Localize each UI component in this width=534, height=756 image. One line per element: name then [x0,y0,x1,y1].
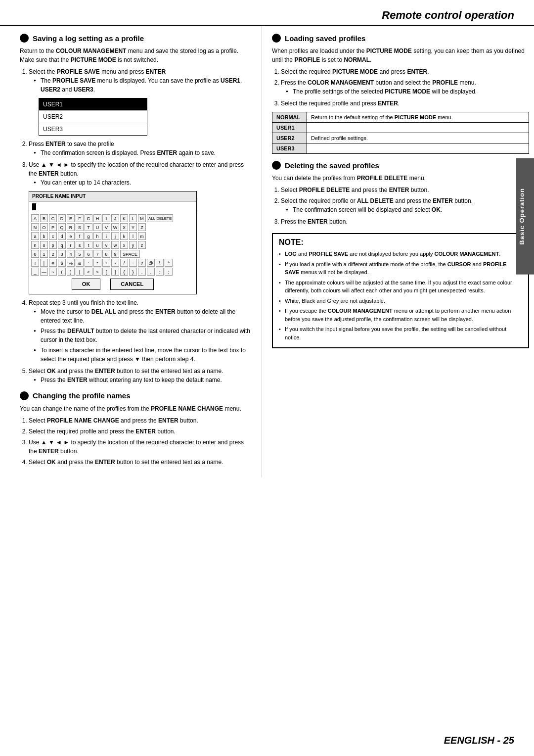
kb-key-e[interactable]: e [67,232,75,240]
kb-key-m-lower[interactable]: m [138,232,146,240]
kb-key-E[interactable]: E [67,214,75,222]
kb-key-lt[interactable]: < [85,268,92,276]
kb-key-3[interactable]: 3 [58,250,66,258]
kb-key-k[interactable]: k [120,232,128,240]
kb-key-2[interactable]: 2 [49,250,57,258]
kb-key-minus[interactable]: - [111,259,119,267]
kb-key-R[interactable]: R [67,223,75,231]
kb-key-F[interactable]: F [76,214,84,222]
kb-key-colon[interactable]: : [156,268,164,276]
kb-key-at[interactable]: @ [147,259,155,267]
kb-key-rbrace[interactable]: } [129,268,137,276]
kb-key-0[interactable]: 0 [31,250,39,258]
kb-key-5[interactable]: 5 [76,250,84,258]
kb-key-V[interactable]: V [102,223,110,231]
kb-key-9[interactable]: 9 [111,250,119,258]
kb-key-equals[interactable]: = [129,259,137,267]
kb-key-N[interactable]: N [31,223,39,231]
kb-key-a[interactable]: a [31,232,39,240]
kb-key-star[interactable]: * [93,259,101,267]
kb-key-all-delete[interactable]: ALL DELETE [147,214,173,222]
kb-key-I[interactable]: I [102,214,110,222]
kb-key-q-lower[interactable]: q [58,241,66,249]
kb-key-X[interactable]: X [120,223,128,231]
kb-key-j[interactable]: j [111,232,119,240]
kb-key-T[interactable]: T [85,223,92,231]
kb-key-p[interactable]: p [49,241,57,249]
kb-key-space[interactable]: SPACE [120,250,140,258]
kb-key-plus[interactable]: + [102,259,110,267]
kb-key-H[interactable]: H [93,214,101,222]
kb-key-backslash[interactable]: \ [156,259,164,267]
kb-key-M[interactable]: M [138,214,146,222]
kb-key-K[interactable]: K [120,214,128,222]
kb-key-pipe[interactable]: | [40,259,48,267]
kb-key-b[interactable]: b [40,232,48,240]
kb-key-t[interactable]: t [85,241,92,249]
kb-key-O[interactable]: O [40,223,48,231]
kb-key-s[interactable]: s [76,241,84,249]
kb-key-P[interactable]: P [49,223,57,231]
kb-key-rparen[interactable]: ) [67,268,75,276]
kb-key-comma[interactable]: , [147,268,155,276]
kb-key-amp[interactable]: & [76,259,84,267]
kb-key-f[interactable]: f [76,232,84,240]
kb-key-o[interactable]: o [40,241,48,249]
kb-key-c[interactable]: c [49,232,57,240]
kb-key-lbrace[interactable]: { [120,268,128,276]
kb-key-z-lower[interactable]: z [138,241,146,249]
kb-key-A[interactable]: A [31,214,39,222]
kb-key-pipe2[interactable]: | [76,268,84,276]
kb-key-question[interactable]: ? [138,259,146,267]
kb-key-lbracket[interactable]: [ [102,268,110,276]
kb-key-n[interactable]: n [31,241,39,249]
kb-key-i[interactable]: i [102,232,110,240]
kb-key-gt[interactable]: > [93,268,101,276]
kb-key-dash[interactable]: — [40,268,48,276]
kb-key-Z[interactable]: Z [138,223,146,231]
kb-key-caret[interactable]: ^ [165,259,173,267]
kb-key-7[interactable]: 7 [93,250,101,258]
kb-key-hash[interactable]: # [49,259,57,267]
kb-key-S[interactable]: S [76,223,84,231]
kb-key-quote[interactable]: ' [85,259,92,267]
kb-key-period[interactable]: . [138,268,146,276]
kb-key-lparen[interactable]: ( [58,268,66,276]
note-item-6: If you switch the input signal before yo… [279,325,522,341]
kb-key-underscore[interactable]: _ [31,268,39,276]
kb-key-y-lower[interactable]: y [129,241,137,249]
ok-button[interactable]: OK [72,279,101,290]
kb-key-percent[interactable]: % [67,259,75,267]
kb-key-G[interactable]: G [85,214,92,222]
kb-key-h[interactable]: h [93,232,101,240]
kb-key-excl[interactable]: ! [31,259,39,267]
kb-key-1[interactable]: 1 [40,250,48,258]
kb-key-d[interactable]: d [58,232,66,240]
kb-key-B[interactable]: B [40,214,48,222]
kb-key-r[interactable]: r [67,241,75,249]
kb-key-J[interactable]: J [111,214,119,222]
kb-key-U[interactable]: U [93,223,101,231]
kb-key-Y[interactable]: Y [129,223,137,231]
kb-key-W[interactable]: W [111,223,119,231]
kb-key-dollar[interactable]: $ [58,259,66,267]
kb-key-D[interactable]: D [58,214,66,222]
kb-key-4[interactable]: 4 [67,250,75,258]
kb-key-u[interactable]: u [93,241,101,249]
kb-key-8[interactable]: 8 [102,250,110,258]
kb-key-g[interactable]: g [85,232,92,240]
kb-key-Q[interactable]: Q [58,223,66,231]
kb-key-C[interactable]: C [49,214,57,222]
kb-key-w[interactable]: w [111,241,119,249]
kb-key-l-lower[interactable]: l [129,232,137,240]
kb-key-L[interactable]: L [129,214,137,222]
kb-key-slash[interactable]: / [120,259,128,267]
kb-key-6[interactable]: 6 [85,250,92,258]
kb-key-tilde[interactable]: ~ [49,268,57,276]
note-item-3: The approximate colours will be adjusted… [279,279,522,295]
kb-key-x[interactable]: x [120,241,128,249]
kb-key-rbracket[interactable]: ] [111,268,119,276]
cancel-button[interactable]: CANCEL [110,279,154,290]
kb-key-v[interactable]: v [102,241,110,249]
kb-key-semicolon[interactable]: ; [165,268,173,276]
